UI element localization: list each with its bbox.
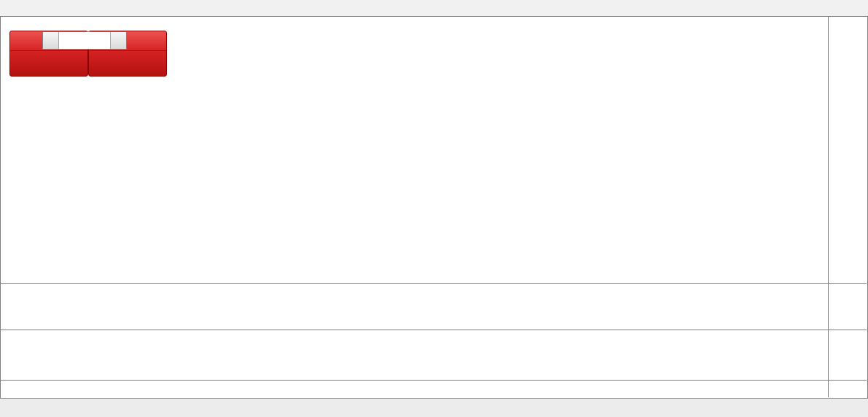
divider xyxy=(10,50,87,51)
lot-size-spinner xyxy=(42,31,127,50)
main-macd-separator[interactable] xyxy=(0,283,867,284)
mt4-terminal xyxy=(0,0,868,417)
divider xyxy=(89,50,166,51)
rsi-label xyxy=(9,332,12,341)
chart-tab-bar xyxy=(0,398,868,417)
price-axis-divider xyxy=(828,17,829,397)
timeframe-toolbar xyxy=(0,0,868,17)
one-click-trading-panel xyxy=(9,31,165,75)
lot-decrease-button[interactable] xyxy=(43,32,59,49)
lot-increase-button[interactable] xyxy=(110,32,126,49)
rsi-indicator-canvas[interactable] xyxy=(2,330,827,380)
rsi-dates-separator xyxy=(0,380,867,381)
macd-label xyxy=(9,286,12,295)
chart-title xyxy=(9,21,17,30)
lot-size-value[interactable] xyxy=(59,32,110,49)
macd-indicator-canvas[interactable] xyxy=(2,284,827,330)
